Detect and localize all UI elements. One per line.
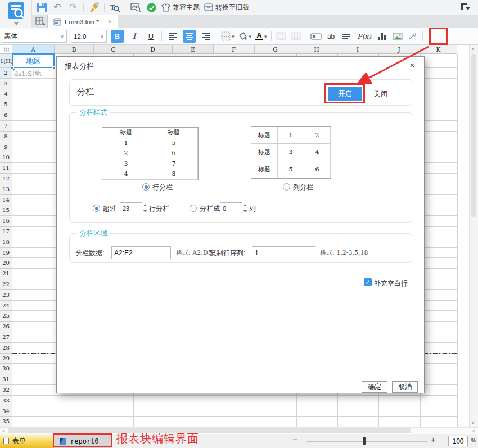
new-tab-button[interactable] bbox=[34, 15, 46, 28]
col-header-J[interactable]: J bbox=[378, 45, 420, 54]
rich-text-button[interactable] bbox=[341, 31, 352, 42]
bold-button[interactable]: B bbox=[111, 30, 124, 43]
split-into-input[interactable] bbox=[220, 202, 242, 214]
row-header-33[interactable]: 33 bbox=[0, 396, 12, 406]
form-tab[interactable]: 表单 bbox=[0, 434, 54, 448]
template-menu-button[interactable] bbox=[0, 0, 32, 28]
col-header-B[interactable]: B bbox=[55, 45, 94, 54]
zoom-value-input[interactable] bbox=[448, 436, 468, 446]
tab-form3[interactable]: Form3.frm * × bbox=[47, 15, 118, 28]
split-into-radio[interactable] bbox=[190, 205, 197, 212]
layout-switch-icon[interactable] bbox=[461, 3, 471, 11]
row-header-10[interactable]: 10 bbox=[0, 152, 12, 163]
row-header-18[interactable]: 18 bbox=[0, 237, 12, 248]
split-data-input[interactable] bbox=[111, 246, 171, 259]
font-color-button[interactable]: A ▾ bbox=[255, 32, 267, 40]
scroll-right-icon[interactable]: > bbox=[472, 428, 475, 433]
underline-button[interactable]: U bbox=[145, 30, 157, 43]
tab-close-icon[interactable]: × bbox=[108, 18, 112, 26]
font-family-select[interactable]: 黑体∨ bbox=[2, 30, 67, 43]
image-button[interactable] bbox=[392, 31, 403, 42]
row-header-24[interactable]: 24 bbox=[0, 301, 12, 311]
copy-row-seq-input[interactable] bbox=[252, 246, 315, 259]
row-header-28[interactable]: 28 bbox=[0, 343, 12, 354]
merge-cells-button[interactable] bbox=[276, 31, 287, 42]
split-cells-button[interactable] bbox=[291, 31, 302, 42]
formula-button[interactable]: F(x) bbox=[356, 31, 373, 42]
zoom-slider-thumb[interactable] bbox=[363, 437, 366, 445]
row-header-25[interactable]: 25 bbox=[0, 311, 12, 322]
row-header-35[interactable]: 35 bbox=[0, 417, 12, 427]
col-split-radio[interactable] bbox=[283, 183, 290, 191]
col-split-radio-label[interactable]: 列分栏 bbox=[293, 183, 313, 192]
scroll-down-icon[interactable]: ∨ bbox=[471, 420, 475, 425]
row-header-27[interactable]: 27 bbox=[0, 332, 12, 343]
col-header-I[interactable]: I bbox=[337, 45, 378, 54]
font-size-select[interactable]: 12.0∨ bbox=[71, 30, 107, 43]
compat-theme-button[interactable]: 兼容主题 bbox=[161, 3, 200, 12]
zoom-out-button[interactable]: − bbox=[292, 435, 297, 444]
validate-check-icon[interactable] bbox=[146, 2, 157, 13]
split-into-spinner[interactable] bbox=[243, 202, 248, 214]
row-header-23[interactable]: 23 bbox=[0, 290, 12, 301]
chart-button[interactable] bbox=[377, 31, 388, 42]
row-header-8[interactable]: 8 bbox=[0, 132, 12, 142]
select-all-corner[interactable] bbox=[0, 45, 12, 54]
ok-button[interactable]: 确定 bbox=[362, 381, 387, 393]
align-right-button[interactable] bbox=[200, 30, 213, 43]
row-header-15[interactable]: 15 bbox=[0, 205, 12, 216]
save-button[interactable] bbox=[36, 2, 47, 13]
row-header-14[interactable]: 14 bbox=[0, 195, 12, 206]
row-split-radio-label[interactable]: 行分栏 bbox=[152, 183, 173, 192]
align-left-button[interactable] bbox=[166, 30, 179, 43]
convert-legacy-button[interactable]: 转换至旧版 bbox=[204, 3, 249, 12]
row-header-9[interactable]: 9 bbox=[0, 142, 12, 153]
row-header-30[interactable]: 30 bbox=[0, 364, 12, 374]
col-header-A[interactable]: A bbox=[12, 45, 55, 54]
horizontal-scrollbar-thumb[interactable] bbox=[8, 428, 411, 433]
row-header-4[interactable]: 4 bbox=[0, 89, 12, 100]
cell-A1-selected[interactable]: 地区 bbox=[12, 54, 55, 68]
col-header-E[interactable]: E bbox=[173, 45, 214, 54]
fill-blank-checkbox[interactable]: ✓ bbox=[364, 278, 372, 286]
line-tool-button[interactable] bbox=[407, 31, 418, 42]
col-header-H[interactable]: H bbox=[296, 45, 337, 54]
align-center-button[interactable] bbox=[183, 30, 196, 43]
dialog-close-button[interactable]: × bbox=[407, 60, 417, 70]
over-rows-label[interactable]: 超过 bbox=[103, 204, 116, 214]
italic-button[interactable]: I bbox=[128, 30, 141, 43]
preview-button[interactable] bbox=[130, 2, 141, 13]
textfield-widget-button[interactable] bbox=[310, 31, 322, 42]
row-header-31[interactable]: 31 bbox=[0, 374, 12, 385]
row-header-7[interactable]: 7 bbox=[0, 121, 12, 132]
text-widget-button[interactable]: ab bbox=[326, 31, 337, 42]
row-header-5[interactable]: 5 bbox=[0, 99, 12, 110]
row-split-radio[interactable] bbox=[142, 183, 150, 191]
fill-blank-label[interactable]: 补充空白行 bbox=[374, 279, 408, 288]
col-header-C[interactable]: C bbox=[94, 45, 133, 54]
cell-A2[interactable]: ds1.S(地 bbox=[13, 69, 55, 79]
row-header-13[interactable]: 13 bbox=[0, 184, 12, 195]
split-into-label[interactable]: 分栏成 bbox=[200, 204, 220, 214]
row-header-12[interactable]: 12 bbox=[0, 174, 12, 184]
search-replace-button[interactable]: T bbox=[109, 2, 120, 13]
row-header-22[interactable]: 22 bbox=[0, 279, 12, 290]
scroll-up-icon[interactable]: ∧ bbox=[471, 47, 475, 52]
row-header-29[interactable]: 29 bbox=[0, 354, 12, 364]
row-header-17[interactable]: 17 bbox=[0, 227, 12, 237]
border-button[interactable]: ▾ bbox=[221, 31, 235, 41]
row-header-6[interactable]: 6 bbox=[0, 110, 12, 121]
row-header-20[interactable]: 20 bbox=[0, 258, 12, 269]
col-header-F[interactable]: F bbox=[214, 45, 255, 54]
over-rows-spinner[interactable] bbox=[143, 202, 148, 214]
scroll-left-icon[interactable]: < bbox=[2, 428, 5, 433]
over-rows-radio[interactable] bbox=[93, 205, 100, 212]
over-rows-input[interactable] bbox=[120, 202, 142, 214]
fill-color-button[interactable]: ▾ bbox=[238, 32, 252, 41]
row-header-11[interactable]: 11 bbox=[0, 163, 12, 174]
row-header-34[interactable]: 34 bbox=[0, 406, 12, 417]
row-header-19[interactable]: 19 bbox=[0, 248, 12, 259]
undo-button[interactable]: ↶ bbox=[52, 2, 63, 13]
row-header-3[interactable]: 3 bbox=[0, 79, 12, 89]
row-header-16[interactable]: 16 bbox=[0, 216, 12, 227]
